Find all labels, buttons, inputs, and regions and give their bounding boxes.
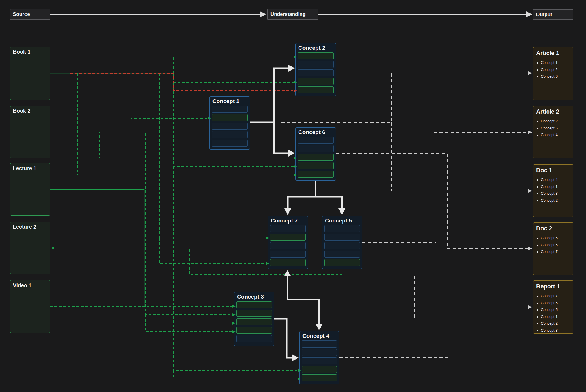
concept-row-concept-1-2 [212,114,248,121]
concept-row-concept-7-3 [270,242,306,249]
edge-book2-concept6-row3 [50,132,297,160]
concept-row-concept-6-5 [298,171,334,178]
output-item: Concept 1 [541,59,573,66]
output-item: Concept 1 [541,314,573,321]
edge-concept7-concept4 [284,270,323,330]
concept-row-concept-5-5 [324,259,360,266]
output-item: Concept 1 [541,184,573,191]
source-label-lecture-1: Lecture 1 [10,163,50,172]
concept-row-concept-2-2 [298,61,334,68]
edge-book2-concept3-row3 [146,315,236,325]
concept-rows-concept-4 [300,340,339,381]
source-node-lecture-1: Lecture 1 [10,163,50,216]
stage-output: Output [533,9,573,20]
stage-source: Source [10,9,50,20]
edge-book1-concept7-row5 [159,238,269,265]
concept-title-concept-5: Concept 5 [322,216,362,225]
source-label-book-2: Book 2 [10,106,50,114]
edge-video1-concept3-row1 [50,305,236,308]
edge-book1-concept2-row4 [173,73,297,84]
concept-node-concept-5: Concept 5 [322,216,362,269]
stage-label-source: Source [10,11,30,17]
concept-node-concept-1: Concept 1 [209,96,250,150]
output-item: Concept 7 [541,293,573,300]
concept-row-concept-2-3 [298,69,334,76]
concept-row-concept-7-2 [270,234,306,241]
source-node-lecture-2: Lecture 2 [10,222,50,274]
output-item: Concept 6 [541,73,573,80]
edge-lecture1-trunk [50,189,144,306]
edge-source-understanding [50,11,266,17]
source-node-book-2: Book 2 [10,106,50,158]
source-node-video-1: Video 1 [10,280,50,333]
edge-book2-concept3-row2 [50,132,236,316]
output-item: Concept 2 [541,118,573,125]
concept-row-concept-3-5 [236,335,272,342]
concept-row-concept-7-1 [270,225,306,232]
concept-row-concept-4-3 [302,357,337,364]
concept-rows-concept-7 [268,225,308,266]
edge-concept1-concept6 [274,122,295,157]
concept-row-concept-1-3 [212,123,248,130]
output-node-doc-1: Doc 1Concept 4Concept 1Concept 3Concept … [533,164,573,217]
concept-row-concept-3-1 [236,301,272,308]
output-item: Concept 5 [541,235,573,242]
output-title-doc-2: Doc 2 [533,223,573,232]
concept-title-concept-1: Concept 1 [210,97,250,106]
concept-rows-concept-3 [234,301,274,342]
concept-rows-concept-2 [296,52,336,93]
edge-concept5-report1 [362,242,532,309]
concept-title-concept-6: Concept 6 [296,128,336,137]
concept-row-concept-1-1 [212,106,248,113]
concept-row-concept-4-4 [302,366,337,373]
concept-row-concept-7-5 [270,259,306,266]
concept-row-concept-4-1 [302,340,337,348]
concept-row-concept-2-4 [298,78,334,85]
edge-concept1-concept2 [250,65,295,122]
concept-rows-concept-1 [210,106,250,147]
concept-node-concept-3: Concept 3 [234,292,274,346]
edge-concept7-outputs [290,272,436,276]
concept-row-concept-5-3 [324,242,360,249]
output-item: Concept 4 [541,177,573,184]
concept-row-concept-5-1 [324,225,360,232]
edge-concept3-concept4 [274,319,299,361]
knowledge-flow-diagram: SourceUnderstandingOutputBook 1Book 2Lec… [0,0,586,392]
output-node-article-2: Article 2Concept 2Concept 5Concept 4 [533,106,573,158]
output-item: Concept 3 [541,190,573,197]
source-label-book-1: Book 1 [10,47,50,55]
edge-book1-concept4-row5 [173,370,301,380]
concept-row-concept-1-5 [212,140,248,147]
concept-title-concept-7: Concept 7 [268,216,308,225]
concept-row-concept-1-4 [212,131,248,138]
concept-row-concept-3-4 [236,327,272,334]
output-item: Concept 5 [541,125,573,132]
concept-node-concept-6: Concept 6 [295,127,336,181]
concept-row-concept-6-2 [298,145,334,152]
concept-title-concept-2: Concept 2 [296,43,336,52]
edge-concept3-outputs [288,276,415,319]
concept-row-concept-5-4 [324,251,360,258]
concept-node-concept-2: Concept 2 [295,43,336,96]
stage-understanding: Understanding [267,9,318,20]
edge-book1-concept2-row1 [173,55,297,73]
output-item: Concept 4 [541,132,573,139]
concept-row-concept-4-2 [302,349,337,356]
output-list-article-2: Concept 2Concept 5Concept 4 [533,118,573,139]
output-list-doc-2: Concept 5Concept 6Concept 7 [533,235,573,256]
concept-node-concept-4: Concept 4 [299,331,339,384]
concept-row-concept-2-1 [298,52,334,59]
concept-title-concept-3: Concept 3 [234,292,274,301]
edge-book1-concept1-row2 [131,73,211,120]
concept-row-concept-3-3 [236,318,272,325]
concept-row-concept-7-4 [270,251,306,258]
concept-title-concept-4: Concept 4 [300,331,339,340]
output-title-article-2: Article 2 [533,106,573,115]
edge-book1-concept6-row5 [78,73,297,177]
edge-concept6-doc2 [336,154,532,251]
stage-label-output: Output [533,12,552,18]
concept-row-concept-6-3 [298,154,334,161]
edges-layer [0,0,586,392]
output-list-doc-1: Concept 4Concept 1Concept 3Concept 2 [533,177,573,204]
output-item: Concept 6 [541,300,573,307]
